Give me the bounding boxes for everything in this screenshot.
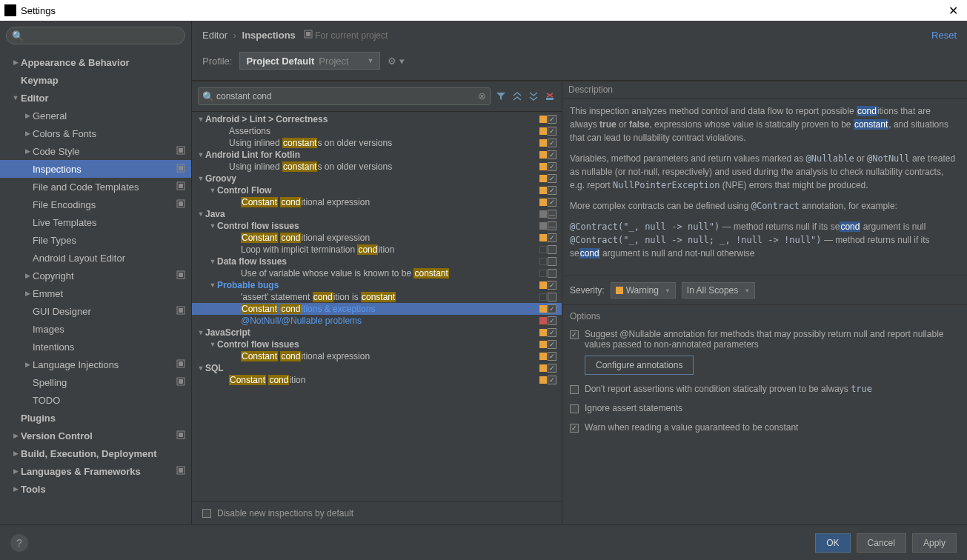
inspection-row[interactable]: Constant condition	[192, 374, 562, 386]
inspection-row[interactable]: Constant conditional expression	[192, 196, 562, 208]
gear-icon[interactable]: ⚙ ▾	[388, 56, 405, 67]
inspection-row[interactable]: ▼Data flow issues	[192, 256, 562, 267]
inspection-checkbox[interactable]	[548, 150, 556, 159]
opt-ignore-assert-checkbox[interactable]	[570, 404, 579, 413]
expand-all-icon[interactable]	[511, 90, 523, 102]
inspection-row[interactable]: ▼Control flow issues	[192, 220, 562, 232]
inspection-row[interactable]: ▼SQL	[192, 362, 562, 374]
inspection-checkbox[interactable]	[548, 198, 556, 207]
help-icon[interactable]: ?	[10, 534, 28, 552]
disable-new-checkbox[interactable]	[202, 509, 211, 518]
sidebar-item-live-templates[interactable]: Live Templates	[0, 213, 191, 231]
sidebar-item-version-control[interactable]: ▶Version Control	[0, 427, 191, 444]
inspection-checkbox[interactable]	[548, 257, 556, 266]
tree-arrow-icon: ▼	[196, 116, 205, 123]
sidebar-item-appearance-behavior[interactable]: ▶Appearance & Behavior	[0, 53, 191, 71]
inspection-checkbox[interactable]	[548, 162, 556, 171]
inspection-tree[interactable]: ▼Android > Lint > CorrectnessAssertionsU…	[192, 112, 562, 501]
sidebar-item-intentions[interactable]: Intentions	[0, 338, 191, 356]
sidebar-item-todo[interactable]: TODO	[0, 391, 191, 409]
inspection-row[interactable]: Loop with implicit termination condition	[192, 244, 562, 256]
filter-icon[interactable]	[495, 90, 507, 102]
inspection-row[interactable]: ▼Probable bugs	[192, 279, 562, 291]
inspection-row[interactable]: Using inlined constants on older version…	[192, 137, 562, 149]
reset-filter-icon[interactable]	[544, 90, 556, 102]
inspection-row[interactable]: ▼Android Lint for Kotlin	[192, 149, 562, 161]
sidebar-item-inspections[interactable]: Inspections	[0, 160, 191, 178]
sidebar-item-language-injections[interactable]: ▶Language Injections	[0, 356, 191, 373]
inspection-row[interactable]: Using inlined constants on older version…	[192, 161, 562, 173]
inspection-checkbox[interactable]	[548, 139, 556, 147]
sidebar-item-images[interactable]: Images	[0, 320, 191, 338]
clear-icon[interactable]: ⊗	[478, 90, 486, 101]
inspection-checkbox[interactable]	[548, 304, 556, 313]
scope-dropdown[interactable]: In All Scopes ▼	[682, 282, 755, 299]
inspection-checkbox[interactable]	[548, 281, 556, 290]
sidebar-search-input[interactable]	[6, 27, 185, 44]
inspection-checkbox[interactable]	[548, 364, 556, 373]
inspection-checkbox[interactable]	[548, 115, 556, 124]
inspection-checkbox[interactable]	[548, 328, 556, 337]
inspection-checkbox[interactable]	[548, 340, 556, 349]
sidebar-item-file-and-code-templates[interactable]: File and Code Templates	[0, 178, 191, 196]
settings-tree[interactable]: ▶Appearance & BehaviorKeymap▼Editor▶Gene…	[0, 50, 191, 524]
inspection-row[interactable]: 'assert' statement condition is constant	[192, 291, 562, 303]
close-icon[interactable]: ✕	[944, 4, 963, 18]
sidebar-item-copyright[interactable]: ▶Copyright	[0, 267, 191, 284]
inspection-checkbox[interactable]	[548, 352, 556, 361]
sidebar-item-gui-designer[interactable]: GUI Designer	[0, 302, 191, 320]
inspection-label: JavaScript	[205, 327, 539, 338]
cancel-button[interactable]: Cancel	[857, 533, 906, 553]
inspection-row[interactable]: ▼Java	[192, 208, 562, 220]
sidebar-item-plugins[interactable]: Plugins	[0, 409, 191, 427]
inspection-row[interactable]: ▼Android > Lint > Correctness	[192, 113, 562, 125]
reset-link[interactable]: Reset	[931, 30, 957, 41]
inspection-checkbox[interactable]	[548, 127, 556, 136]
inspection-checkbox[interactable]	[548, 174, 556, 183]
inspection-row[interactable]: ▼JavaScript	[192, 327, 562, 339]
sidebar-item-languages-frameworks[interactable]: ▶Languages & Frameworks	[0, 462, 191, 480]
sidebar-item-emmet[interactable]: ▶Emmet	[0, 284, 191, 302]
sidebar-item-file-types[interactable]: File Types	[0, 231, 191, 249]
inspection-row[interactable]: Constant conditions & exceptions	[192, 303, 562, 315]
sidebar-item-colors-fonts[interactable]: ▶Colors & Fonts	[0, 124, 191, 142]
collapse-all-icon[interactable]	[528, 90, 539, 102]
severity-dropdown[interactable]: Warning ▼	[611, 282, 676, 299]
sidebar-item-android-layout-editor[interactable]: Android Layout Editor	[0, 249, 191, 267]
inspection-row[interactable]: ▼Control Flow	[192, 184, 562, 196]
sidebar-item-build-execution-deployment[interactable]: ▶Build, Execution, Deployment	[0, 444, 191, 462]
inspection-checkbox[interactable]	[548, 269, 556, 278]
inspection-row[interactable]: Constant conditional expression	[192, 350, 562, 362]
sidebar-item-tools[interactable]: ▶Tools	[0, 480, 191, 498]
tree-arrow-icon: ▼	[208, 341, 217, 348]
apply-button[interactable]: Apply	[912, 533, 957, 553]
sidebar-item-general[interactable]: ▶General	[0, 107, 191, 124]
inspection-checkbox[interactable]	[548, 316, 556, 325]
inspection-row[interactable]: @NotNull/@Nullable problems	[192, 315, 562, 327]
inspection-row[interactable]: ▼Groovy	[192, 173, 562, 184]
inspection-label: SQL	[205, 363, 539, 373]
profile-dropdown[interactable]: Project Default Project ▼	[239, 52, 380, 70]
inspection-row[interactable]: Use of variable whose value is known to …	[192, 267, 562, 279]
inspection-row[interactable]: Constant conditional expression	[192, 232, 562, 244]
inspection-checkbox[interactable]	[548, 186, 556, 195]
ok-button[interactable]: OK	[815, 533, 850, 553]
inspection-checkbox[interactable]	[548, 233, 556, 242]
inspection-checkbox[interactable]	[548, 245, 556, 254]
opt-warn-constant-checkbox[interactable]	[570, 424, 579, 433]
sidebar-item-editor[interactable]: ▼Editor	[0, 89, 191, 107]
sidebar-item-keymap[interactable]: Keymap	[0, 71, 191, 89]
inspection-checkbox[interactable]	[548, 221, 556, 230]
sidebar-item-code-style[interactable]: ▶Code Style	[0, 142, 191, 160]
inspection-row[interactable]: Assertions	[192, 125, 562, 137]
opt-suggest-nullable-checkbox[interactable]	[570, 330, 579, 339]
opt-dont-report-checkbox[interactable]	[570, 385, 579, 394]
inspection-row[interactable]: ▼Control flow issues	[192, 339, 562, 350]
sidebar-item-file-encodings[interactable]: File Encodings	[0, 196, 191, 213]
sidebar-item-spelling[interactable]: Spelling	[0, 373, 191, 391]
inspection-search-input[interactable]	[198, 87, 491, 105]
inspection-checkbox[interactable]	[548, 210, 556, 219]
configure-annotations-button[interactable]: Configure annotations	[585, 356, 694, 375]
inspection-checkbox[interactable]	[548, 376, 556, 384]
inspection-checkbox[interactable]	[548, 293, 556, 301]
